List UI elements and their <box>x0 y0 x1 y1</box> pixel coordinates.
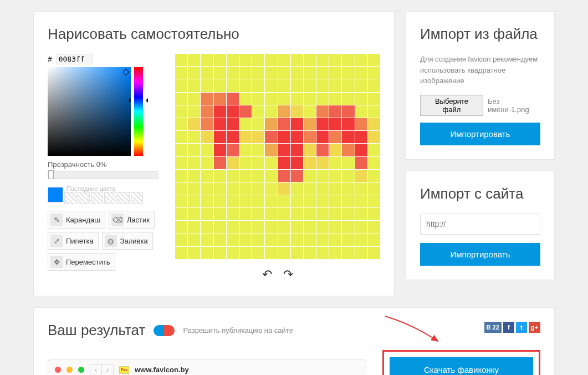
pixel-cell[interactable] <box>329 234 341 246</box>
site-url-input[interactable] <box>420 214 540 235</box>
pixel-cell[interactable] <box>227 208 239 220</box>
pixel-cell[interactable] <box>265 208 277 220</box>
pixel-cell[interactable] <box>316 93 329 105</box>
pixel-cell[interactable] <box>316 54 329 66</box>
pixel-cell[interactable] <box>342 105 354 118</box>
recent-swatch[interactable] <box>131 192 143 204</box>
pixel-cell[interactable] <box>188 157 200 169</box>
recent-swatch[interactable] <box>64 192 76 204</box>
pixel-cell[interactable] <box>175 93 187 105</box>
pixel-cell[interactable] <box>265 157 277 169</box>
eraser-tool[interactable]: ⌫Ластик <box>109 211 155 229</box>
pixel-cell[interactable] <box>278 54 290 66</box>
pixel-cell[interactable] <box>239 144 252 156</box>
pixel-cell[interactable] <box>201 67 213 79</box>
pixel-cell[interactable] <box>252 105 264 118</box>
pixel-cell[interactable] <box>342 183 354 195</box>
pixel-cell[interactable] <box>265 118 277 130</box>
pixel-cell[interactable] <box>368 157 380 169</box>
pixel-cell[interactable] <box>329 131 341 143</box>
pixel-cell[interactable] <box>239 183 252 195</box>
pixel-cell[interactable] <box>368 67 380 79</box>
pixel-cell[interactable] <box>355 131 367 143</box>
pixel-cell[interactable] <box>252 170 264 182</box>
pixel-cell[interactable] <box>214 247 226 259</box>
pixel-cell[interactable] <box>291 234 303 246</box>
pixel-cell[interactable] <box>175 170 187 182</box>
pixel-cell[interactable] <box>368 234 380 246</box>
pixel-cell[interactable] <box>304 144 316 156</box>
pixel-cell[interactable] <box>329 93 341 105</box>
pixel-cell[interactable] <box>355 67 367 79</box>
opacity-slider[interactable] <box>48 171 158 179</box>
pixel-cell[interactable] <box>329 170 341 182</box>
pixel-cell[interactable] <box>201 157 213 169</box>
pixel-cell[interactable] <box>316 170 329 182</box>
pixel-cell[interactable] <box>278 195 290 207</box>
pixel-cell[interactable] <box>214 208 226 220</box>
pixel-cell[interactable] <box>278 79 290 92</box>
pixel-cell[interactable] <box>316 144 329 156</box>
pixel-cell[interactable] <box>188 67 200 79</box>
pixel-cell[interactable] <box>188 208 200 220</box>
pixel-cell[interactable] <box>239 157 252 169</box>
pixel-cell[interactable] <box>265 234 277 246</box>
pixel-cell[interactable] <box>252 79 264 92</box>
pixel-cell[interactable] <box>265 195 277 207</box>
pixel-cell[interactable] <box>355 247 367 259</box>
pixel-cell[interactable] <box>368 144 380 156</box>
vk-share-button[interactable]: В 22 <box>484 322 502 333</box>
pixel-cell[interactable] <box>368 247 380 259</box>
pixel-cell[interactable] <box>214 54 226 66</box>
pixel-cell[interactable] <box>239 93 252 105</box>
pixel-cell[interactable] <box>201 54 213 66</box>
pixel-cell[interactable] <box>252 195 264 207</box>
pixel-cell[interactable] <box>368 221 380 233</box>
opacity-thumb[interactable] <box>48 170 54 179</box>
pixel-cell[interactable] <box>304 105 316 118</box>
pixel-cell[interactable] <box>329 195 341 207</box>
pixel-cell[interactable] <box>201 79 213 92</box>
pixel-cell[interactable] <box>201 105 213 118</box>
pixel-cell[interactable] <box>252 208 264 220</box>
pixel-cell[interactable] <box>329 79 341 92</box>
pixel-cell[interactable] <box>355 195 367 207</box>
pixel-cell[interactable] <box>304 118 316 130</box>
pixel-cell[interactable] <box>316 131 329 143</box>
pixel-cell[interactable] <box>201 183 213 195</box>
pixel-cell[interactable] <box>291 247 303 259</box>
pixel-cell[interactable] <box>368 131 380 143</box>
back-icon[interactable]: ‹ <box>90 365 102 375</box>
pixel-cell[interactable] <box>342 221 354 233</box>
pixel-cell[interactable] <box>342 234 354 246</box>
pixel-cell[interactable] <box>368 208 380 220</box>
pixel-cell[interactable] <box>291 79 303 92</box>
pixel-cell[interactable] <box>239 208 252 220</box>
pixel-cell[interactable] <box>368 105 380 118</box>
pixel-cell[interactable] <box>342 118 354 130</box>
pixel-cell[interactable] <box>214 79 226 92</box>
pixel-cell[interactable] <box>252 247 264 259</box>
pixel-cell[interactable] <box>188 183 200 195</box>
pixel-cell[interactable] <box>214 105 226 118</box>
pixel-cell[interactable] <box>291 93 303 105</box>
pixel-cell[interactable] <box>188 170 200 182</box>
pixel-cell[interactable] <box>304 79 316 92</box>
pixel-cell[interactable] <box>252 221 264 233</box>
pixel-cell[interactable] <box>304 170 316 182</box>
pixel-cell[interactable] <box>291 208 303 220</box>
pixel-cell[interactable] <box>252 67 264 79</box>
pixel-cell[interactable] <box>355 54 367 66</box>
pixel-cell[interactable] <box>227 183 239 195</box>
pixel-cell[interactable] <box>252 157 264 169</box>
pixel-cell[interactable] <box>329 118 341 130</box>
pixel-cell[interactable] <box>175 54 187 66</box>
pixel-cell[interactable] <box>278 144 290 156</box>
pixel-cell[interactable] <box>355 105 367 118</box>
pixel-cell[interactable] <box>342 195 354 207</box>
pixel-cell[interactable] <box>252 93 264 105</box>
pixel-cell[interactable] <box>188 247 200 259</box>
pixel-cell[interactable] <box>368 54 380 66</box>
pixel-cell[interactable] <box>239 54 252 66</box>
pixel-cell[interactable] <box>265 105 277 118</box>
